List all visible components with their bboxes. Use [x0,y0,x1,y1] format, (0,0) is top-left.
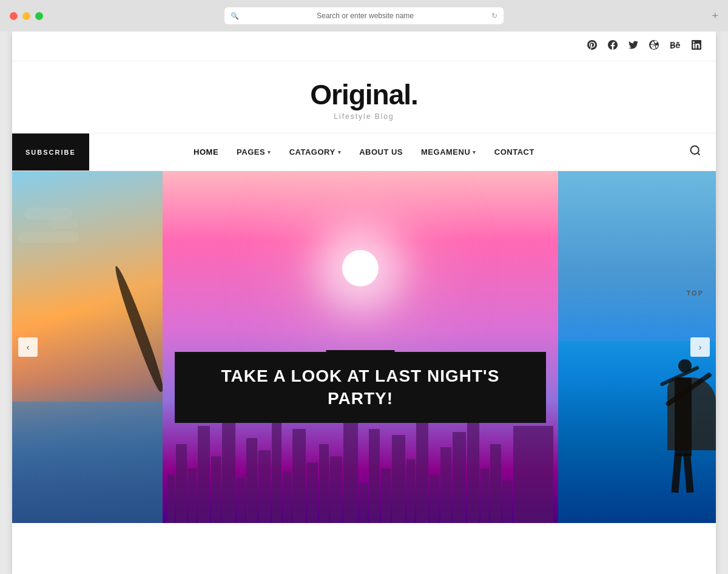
hero-slider: ‹ [12,171,716,523]
facebook-icon[interactable] [608,40,618,52]
linkedin-icon[interactable] [692,40,701,52]
nav-label-pages: PAGES [237,147,265,157]
behance-icon[interactable] [670,40,681,52]
nav-item-pages[interactable]: PAGES ▾ [237,147,271,157]
slide-center: LIFESTYLE TAKE A LOOK AT LAST NIGHT'S PA… [163,171,558,523]
chevron-down-icon: ▾ [473,149,476,155]
nav-label-megamenu: MEGAMENU [421,147,470,157]
chevron-down-icon: ▾ [338,149,342,155]
water [12,402,163,523]
window-controls [10,12,43,20]
search-icon: 🔍 [231,12,239,20]
maximize-button[interactable] [35,12,43,20]
subscribe-button[interactable]: SUBSCRIBE [12,133,89,171]
slide-prev-button[interactable]: ‹ [18,337,38,357]
twitter-icon[interactable] [629,40,638,52]
nav-item-home[interactable]: HOME [194,147,218,157]
nav-label-contact: CONTACT [494,147,534,157]
site-tagline: Lifestyle Blog [334,112,394,121]
nav-label-home: HOME [194,147,218,157]
add-tab-button[interactable]: + [712,10,718,22]
reload-icon[interactable]: ↻ [491,12,497,20]
close-button[interactable] [10,12,18,20]
slide-next-button[interactable]: › [690,337,710,357]
arrow-right-icon: › [699,342,702,352]
sun [342,250,379,286]
nav-item-catagory[interactable]: CATAGORY ▾ [289,147,341,157]
pinterest-icon[interactable] [587,40,597,52]
arrow-left-icon: ‹ [27,342,30,352]
chevron-down-icon: ▾ [268,149,271,155]
address-text: Search or enter website name [243,12,488,20]
svg-point-0 [691,146,699,154]
nav-menu: HOME PAGES ▾ CATAGORY ▾ ABOUT US MEGAMEN… [194,147,534,157]
navigation-bar: SUBSCRIBE HOME PAGES ▾ CATAGORY ▾ ABOUT … [12,133,716,171]
site-logo[interactable]: Original. [310,78,418,111]
dribbble-icon[interactable] [649,40,659,52]
nav-item-contact[interactable]: CONTACT [494,147,534,157]
hero-title[interactable]: TAKE A LOOK AT LAST NIGHT'S PARTY! [175,352,546,423]
minimize-button[interactable] [22,12,30,20]
top-label: TOP [687,289,704,297]
social-bar [12,32,716,61]
browser-window: 🔍 Search or enter website name ↻ + [0,0,728,574]
slide-right: TOP › [558,171,716,523]
slide-left: ‹ [12,171,163,523]
nav-label-about: ABOUT US [359,147,403,157]
nav-item-about[interactable]: ABOUT US [359,147,403,157]
nav-label-catagory: CATAGORY [289,147,335,157]
person-silhouette [656,377,692,456]
website-content: Original. Lifestyle Blog SUBSCRIBE HOME … [12,32,716,574]
address-bar[interactable]: 🔍 Search or enter website name ↻ [224,7,504,24]
site-header: Original. Lifestyle Blog [12,61,716,133]
nav-item-megamenu[interactable]: MEGAMENU ▾ [421,147,476,157]
search-button[interactable] [689,144,701,160]
browser-titlebar: 🔍 Search or enter website name ↻ + [0,0,728,32]
